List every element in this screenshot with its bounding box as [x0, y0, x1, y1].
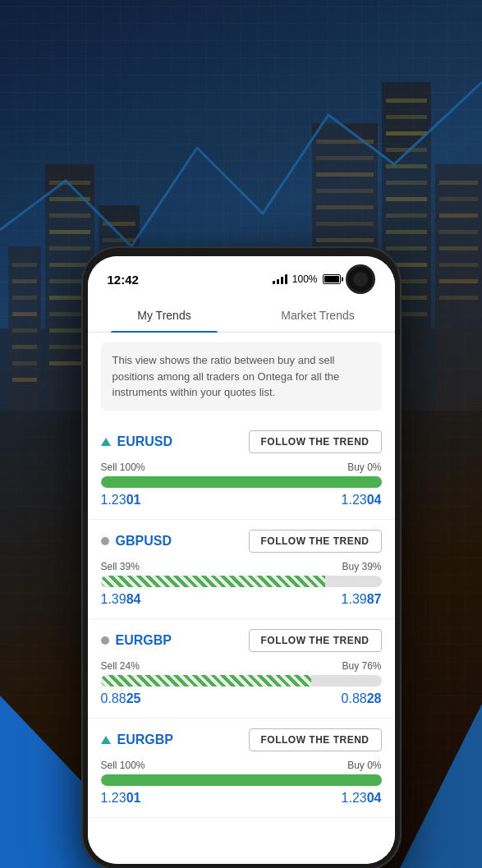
phone-screen: 12:42 100% My Trends: [88, 256, 395, 864]
bar-labels: Sell 100% Buy 0%: [101, 760, 382, 771]
price-buy: 1.3987: [342, 592, 382, 607]
trend-neutral-icon: [101, 537, 109, 545]
instrument-name-row: EURUSD: [101, 434, 173, 449]
status-time: 12:42: [108, 273, 139, 287]
bar-track: [101, 675, 382, 687]
follow-trend-button[interactable]: FOLLOW THE TREND: [249, 530, 382, 553]
bar-track: [101, 476, 382, 488]
camera-inner: [353, 272, 368, 287]
signal-bar-2: [277, 279, 279, 284]
instrument-row: GBPUSD FOLLOW THE TREND Sell 39% Buy 39%…: [88, 520, 395, 619]
price-sell: 1.2301: [101, 791, 141, 806]
info-box: This view shows the ratio between buy an…: [101, 342, 382, 411]
price-buy: 0.8828: [342, 691, 382, 706]
instrument-header: EURUSD FOLLOW THE TREND: [101, 430, 382, 453]
bar-track: [101, 576, 382, 587]
instrument-name: EURGBP: [116, 633, 172, 648]
bar-labels: Sell 39% Buy 39%: [101, 561, 382, 572]
price-buy-prefix: 1.23: [342, 493, 367, 507]
price-row: 0.8825 0.8828: [101, 691, 382, 706]
sell-label: Sell 100%: [101, 462, 145, 473]
instrument-header: GBPUSD FOLLOW THE TREND: [101, 530, 382, 553]
buy-label: Buy 0%: [347, 760, 381, 771]
sell-label: Sell 24%: [101, 660, 140, 672]
price-buy: 1.2304: [342, 791, 382, 806]
sell-label: Sell 100%: [101, 760, 145, 771]
instrument-row: EURGBP FOLLOW THE TREND Sell 100% Buy 0%…: [88, 719, 395, 818]
price-buy-bold: 04: [367, 493, 382, 507]
info-text: This view shows the ratio between buy an…: [112, 354, 340, 398]
instrument-name-row: EURGBP: [101, 633, 172, 648]
price-sell: 1.3984: [101, 592, 141, 607]
bar-fill-pattern: [101, 675, 312, 687]
price-buy-prefix: 1.39: [342, 592, 367, 606]
bar-fill-solid: [101, 476, 382, 488]
status-right: 100%: [273, 264, 375, 294]
trend-up-icon: [101, 736, 111, 744]
price-buy-bold: 87: [367, 592, 382, 606]
bar-fill-solid: [101, 774, 382, 786]
price-sell-bold: 84: [126, 592, 141, 606]
price-buy-bold: 04: [367, 791, 382, 805]
price-sell-prefix: 1.23: [101, 791, 126, 805]
signal-icon: [273, 274, 287, 284]
camera-notch: [346, 264, 375, 294]
instrument-header: EURGBP FOLLOW THE TREND: [101, 728, 382, 751]
price-sell-bold: 01: [126, 493, 141, 507]
instrument-header: EURGBP FOLLOW THE TREND: [101, 629, 382, 652]
signal-bar-1: [273, 281, 275, 284]
price-sell: 1.2301: [101, 493, 141, 507]
tabs-container: My Trends Market Trends: [88, 299, 395, 333]
signal-bar-3: [281, 277, 283, 284]
sell-label: Sell 39%: [101, 561, 140, 572]
trend-up-icon: [101, 438, 111, 446]
instrument-name-row: EURGBP: [101, 733, 173, 747]
price-sell-prefix: 1.39: [101, 592, 126, 606]
price-row: 1.2301 1.2304: [101, 791, 382, 806]
instrument-row: EURUSD FOLLOW THE TREND Sell 100% Buy 0%…: [88, 420, 395, 520]
price-buy: 1.2304: [342, 493, 382, 507]
price-buy-prefix: 1.23: [342, 791, 367, 805]
scroll-area[interactable]: EURUSD FOLLOW THE TREND Sell 100% Buy 0%…: [88, 420, 395, 865]
follow-trend-button[interactable]: FOLLOW THE TREND: [249, 430, 382, 453]
svg-rect-49: [386, 115, 427, 119]
price-sell-bold: 01: [126, 791, 141, 805]
instrument-name: GBPUSD: [116, 534, 172, 549]
tab-my-trends[interactable]: My Trends: [88, 299, 241, 332]
price-sell-prefix: 0.88: [101, 691, 126, 705]
bar-labels: Sell 24% Buy 76%: [101, 660, 382, 672]
price-sell-bold: 25: [126, 691, 141, 705]
phone-frame: 12:42 100% My Trends: [81, 246, 402, 868]
bar-labels: Sell 100% Buy 0%: [101, 462, 382, 473]
signal-bar-4: [285, 274, 287, 284]
price-row: 1.2301 1.2304: [101, 493, 382, 507]
instrument-name-row: GBPUSD: [101, 534, 172, 549]
instrument-row: EURGBP FOLLOW THE TREND Sell 24% Buy 76%…: [88, 619, 395, 719]
buy-label: Buy 0%: [347, 462, 381, 473]
svg-rect-50: [386, 131, 427, 135]
follow-trend-button[interactable]: FOLLOW THE TREND: [249, 728, 382, 751]
instrument-name: EURGBP: [117, 733, 173, 747]
instrument-name: EURUSD: [117, 434, 173, 449]
tab-market-trends[interactable]: Market Trends: [241, 299, 395, 332]
price-sell: 0.8825: [101, 691, 141, 706]
price-sell-prefix: 1.23: [101, 493, 126, 507]
bar-fill-pattern: [101, 576, 326, 587]
price-row: 1.3984 1.3987: [101, 592, 382, 607]
battery-icon: [323, 274, 341, 284]
trend-neutral-icon: [101, 636, 109, 645]
battery-fill: [324, 276, 339, 282]
buy-label: Buy 76%: [342, 660, 381, 672]
svg-rect-48: [386, 99, 427, 103]
price-buy-bold: 28: [367, 691, 382, 705]
buy-label: Buy 39%: [342, 561, 381, 572]
battery-text: 100%: [292, 273, 318, 285]
follow-trend-button[interactable]: FOLLOW THE TREND: [249, 629, 382, 652]
bar-track: [101, 774, 382, 786]
price-buy-prefix: 0.88: [342, 691, 367, 705]
status-bar: 12:42 100%: [88, 256, 395, 299]
